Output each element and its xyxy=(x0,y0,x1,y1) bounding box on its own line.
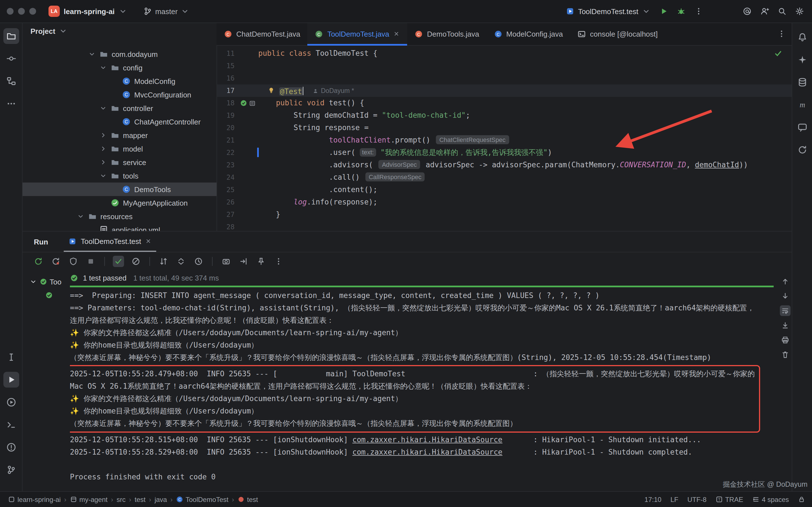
code-line[interactable]: 22 .user( text: "我的系统信息是啥样的，告诉我,告诉我我强不强"… xyxy=(216,147,792,159)
sync-tool-button[interactable] xyxy=(794,142,810,158)
breadcrumb-item[interactable]: my-agent xyxy=(70,496,107,503)
project-tree-item[interactable]: config xyxy=(22,61,216,74)
breadcrumb-item[interactable]: java xyxy=(154,496,167,503)
breadcrumb-item[interactable]: learn-spring-ai xyxy=(8,496,61,503)
project-tree-item[interactable]: MyAgentApplication xyxy=(22,196,216,210)
commit-tool-button[interactable] xyxy=(3,51,19,66)
project-tree-item[interactable]: tools xyxy=(22,169,216,182)
rerun-failed-button[interactable] xyxy=(50,256,61,267)
more-actions-button[interactable] xyxy=(694,7,703,16)
project-tree-item[interactable]: resources xyxy=(22,210,216,223)
more-h-tool-button[interactable] xyxy=(3,96,19,112)
show-passed-button[interactable] xyxy=(113,256,124,267)
project-tree-item[interactable]: CModelConfig xyxy=(22,74,216,88)
clear-button[interactable] xyxy=(780,349,791,360)
stop-button[interactable] xyxy=(85,256,96,267)
down-button[interactable] xyxy=(780,291,791,301)
run-configuration-selector[interactable]: ToolDemoTest.test xyxy=(566,7,651,16)
inspections-ok-icon[interactable] xyxy=(774,49,783,58)
scroll-end-button[interactable] xyxy=(780,320,791,331)
code-line[interactable]: 15 xyxy=(216,60,792,72)
run-tab[interactable]: ToolDemoTest.test xyxy=(64,231,156,252)
code-line[interactable]: 20 String response = xyxy=(216,122,792,134)
project-tree-item[interactable]: application.yml xyxy=(22,223,216,231)
messages-tool-button[interactable] xyxy=(794,119,810,135)
search-everywhere-button[interactable] xyxy=(777,7,786,16)
test-results-tree[interactable]: Too xyxy=(22,270,70,491)
code-line[interactable]: 23 .advisors( AdvisorSpec advisorSpec ->… xyxy=(216,159,792,171)
code-line[interactable]: 21 toolChatClient.prompt() ChatClientReq… xyxy=(216,134,792,147)
debug-button[interactable] xyxy=(677,7,686,16)
project-tree-item[interactable]: model xyxy=(22,142,216,156)
breadcrumb-item[interactable]: test xyxy=(238,496,258,503)
editor-tab[interactable]: CToolDemoTest.java xyxy=(308,22,407,45)
ai-mention-button[interactable] xyxy=(743,7,752,16)
sort-button[interactable] xyxy=(158,256,169,267)
structure-tool-button[interactable] xyxy=(3,73,19,89)
show-ignored-button[interactable] xyxy=(130,256,142,267)
vcs-branch-widget[interactable]: master xyxy=(144,7,190,16)
terminal-tool-button[interactable] xyxy=(3,417,19,433)
window-minimize-button[interactable] xyxy=(18,8,25,15)
collapse-button[interactable] xyxy=(175,256,187,267)
history-button[interactable] xyxy=(193,256,204,267)
code-line[interactable]: 18 public void test() { xyxy=(216,97,792,109)
code-line[interactable]: 27 } xyxy=(216,209,792,221)
project-widget[interactable]: LA learn-spring-ai xyxy=(49,6,128,17)
code-line[interactable]: 11public class ToolDemoTest { xyxy=(216,47,792,60)
problems-tool-button[interactable] xyxy=(3,439,19,455)
code-line[interactable]: 16 xyxy=(216,72,792,84)
trae-widget[interactable]: TTRAE xyxy=(716,496,743,503)
coverage-button[interactable] xyxy=(68,256,79,267)
code-line[interactable]: 19 String demoChatId = "tool-demo-chat-i… xyxy=(216,109,792,122)
project-tree-item[interactable]: mapper xyxy=(22,128,216,142)
snapshot-button[interactable] xyxy=(220,256,232,267)
up-button[interactable] xyxy=(780,276,791,287)
breadcrumb-item[interactable]: src xyxy=(116,496,125,503)
project-tree-item[interactable]: CDemoTools xyxy=(22,182,216,196)
import-button[interactable] xyxy=(238,256,249,267)
cursor-tool-button[interactable] xyxy=(3,349,19,365)
database-tool-button[interactable] xyxy=(794,74,810,90)
code-line[interactable]: 28 xyxy=(216,221,792,231)
more-v-button[interactable] xyxy=(273,256,284,267)
close-icon[interactable] xyxy=(393,31,400,37)
code-line[interactable]: 25 .content(); xyxy=(216,184,792,196)
project-tree-item[interactable]: CChatAgentController xyxy=(22,115,216,128)
run-button[interactable] xyxy=(659,7,668,16)
project-tree-item[interactable]: controller xyxy=(22,101,216,115)
ai-assistant-tool-button[interactable] xyxy=(794,52,810,68)
editor-tab[interactable]: CDemoTools.java xyxy=(407,22,487,45)
breadcrumb-item[interactable]: test xyxy=(135,496,146,503)
console-class-link[interactable]: com.zaxxer.hikari.HikariDataSource xyxy=(352,448,502,456)
console-class-link[interactable]: com.zaxxer.hikari.HikariDataSource xyxy=(352,436,502,444)
services-tool-button[interactable] xyxy=(3,394,19,410)
project-tree-item[interactable]: CMvcConfiguration xyxy=(22,88,216,101)
editor-tab[interactable]: CModelConfig.java xyxy=(487,22,570,45)
rerun-button[interactable] xyxy=(33,256,44,267)
code-line[interactable]: 24 .call() CallResponseSpec xyxy=(216,171,792,184)
settings-button[interactable] xyxy=(795,7,804,16)
code-with-me-button[interactable] xyxy=(760,7,769,16)
lf-widget[interactable]: LF xyxy=(670,496,678,503)
test-tree-node[interactable]: Too xyxy=(22,275,70,288)
close-icon[interactable] xyxy=(145,238,152,244)
project-tree-item[interactable]: service xyxy=(22,156,216,169)
project-folder-tool-button[interactable] xyxy=(3,28,19,44)
code-line[interactable]: 26 log.info(response); xyxy=(216,196,792,209)
pin-button[interactable] xyxy=(255,256,267,267)
breadcrumb-item[interactable]: CToolDemoTest xyxy=(176,496,229,503)
editor-tab[interactable]: CChatDemoTest.java xyxy=(216,22,308,45)
window-zoom-button[interactable] xyxy=(29,8,36,15)
code-line[interactable]: 17 @TestDoDayum * xyxy=(216,84,792,97)
tab-options-button[interactable] xyxy=(777,29,786,38)
git-branch-tool-button[interactable] xyxy=(3,462,19,478)
17-10-widget[interactable]: 17:10 xyxy=(645,496,661,503)
code-editor[interactable]: 11public class ToolDemoTest {151617 @Tes… xyxy=(216,45,792,231)
project-tree-item[interactable]: com.dodayum xyxy=(22,47,216,61)
4-spaces-widget[interactable]: 4 spaces xyxy=(752,496,789,503)
utf-8-widget[interactable]: UTF-8 xyxy=(688,496,707,503)
window-close-button[interactable] xyxy=(7,8,13,15)
editor-tab[interactable]: console [@localhost] xyxy=(570,22,665,45)
run-tool-button[interactable] xyxy=(3,372,19,388)
